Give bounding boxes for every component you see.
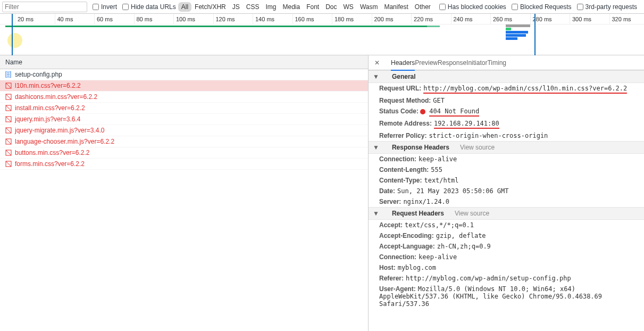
third-party-checkbox[interactable]: 3rd-party requests xyxy=(577,3,637,11)
request-row[interactable]: l10n.min.css?ver=6.2.2 xyxy=(0,80,368,92)
type-filter-ws[interactable]: WS xyxy=(340,2,357,12)
status-dot-icon xyxy=(420,109,425,114)
timeline-tick: 200 ms xyxy=(372,14,394,24)
request-name: jquery.min.js?ver=3.6.4 xyxy=(15,115,81,123)
type-filter-font[interactable]: Font xyxy=(303,2,322,12)
svg-line-17 xyxy=(6,150,11,155)
request-list: Name setup-config.phpl10n.min.css?ver=6.… xyxy=(0,55,369,331)
section-general[interactable]: ▼General xyxy=(369,70,644,83)
header-row: Accept-Encoding:gzip, deflate xyxy=(369,230,644,241)
timeline-tick: 20 ms xyxy=(15,14,34,24)
type-filter-manifest[interactable]: Manifest xyxy=(381,2,411,12)
type-filter-other[interactable]: Other xyxy=(412,2,434,12)
timeline-overview[interactable]: 20 ms40 ms60 ms80 ms100 ms120 ms140 ms16… xyxy=(0,14,644,55)
request-name: l10n.min.css?ver=6.2.2 xyxy=(15,82,81,89)
request-url-value: http://myblog.com/wp-admin/css/l10n.min.… xyxy=(423,85,627,94)
request-name: forms.min.css?ver=6.2.2 xyxy=(15,160,85,168)
request-name: dashicons.min.css?ver=6.2.2 xyxy=(15,93,97,101)
timeline-tick: 160 ms xyxy=(292,14,314,24)
blocked-requests-label: Blocked Requests xyxy=(520,3,572,11)
css-file-icon xyxy=(5,161,12,167)
tab-response[interactable]: Response xyxy=(438,56,466,70)
remote-address-value: 192.168.29.141:80 xyxy=(434,120,499,129)
svg-line-11 xyxy=(6,117,11,122)
close-icon[interactable]: ✕ xyxy=(373,59,381,67)
header-row: Server:nginx/1.24.0 xyxy=(369,196,644,207)
tab-preview[interactable]: Preview xyxy=(415,56,438,70)
header-row: Host:myblog.com xyxy=(369,262,644,273)
header-row: Connection:keep-alive xyxy=(369,154,644,164)
type-filter-media[interactable]: Media xyxy=(279,2,303,12)
collapse-icon: ▼ xyxy=(373,144,379,151)
playhead-end[interactable] xyxy=(534,14,536,55)
request-row[interactable]: jquery.min.js?ver=3.6.4 xyxy=(0,114,368,125)
doc-file-icon xyxy=(5,71,12,78)
type-filter-css[interactable]: CSS xyxy=(243,2,263,12)
css-file-icon xyxy=(5,94,12,100)
request-row[interactable]: setup-config.php xyxy=(0,69,368,80)
tab-headers[interactable]: Headers xyxy=(391,56,415,71)
timeline-tick: 120 ms xyxy=(213,14,235,24)
section-response-headers[interactable]: ▼Response HeadersView source xyxy=(369,141,644,154)
header-row: Content-Length:555 xyxy=(369,164,644,175)
timeline-lanes xyxy=(0,24,644,55)
timeline-tick: 180 ms xyxy=(332,14,354,24)
invert-checkbox[interactable]: Invert xyxy=(93,3,117,11)
view-source-link[interactable]: View source xyxy=(460,144,495,151)
request-row[interactable]: jquery-migrate.min.js?ver=3.4.0 xyxy=(0,125,368,136)
css-file-icon xyxy=(5,150,12,156)
header-row: Content-Type:text/html xyxy=(369,175,644,186)
svg-line-15 xyxy=(6,139,11,144)
hide-data-urls-checkbox[interactable]: Hide data URLs xyxy=(122,3,176,11)
header-row: Connection:keep-alive xyxy=(369,252,644,262)
svg-line-5 xyxy=(6,83,11,88)
section-request-headers[interactable]: ▼Request HeadersView source xyxy=(369,207,644,220)
type-filter-all[interactable]: All xyxy=(178,2,191,12)
svg-line-19 xyxy=(6,161,11,167)
header-row: Referer:http://myblog.com/wp-admin/setup… xyxy=(369,273,644,284)
svg-line-9 xyxy=(6,105,11,111)
has-blocked-cookies-checkbox[interactable]: Has blocked cookies xyxy=(439,3,506,11)
request-name: language-chooser.min.js?ver=6.2.2 xyxy=(15,138,114,145)
details-tabs: ✕ HeadersPreviewResponseInitiatorTiming xyxy=(369,55,644,70)
invert-label: Invert xyxy=(101,3,117,11)
playhead-start[interactable] xyxy=(12,14,13,55)
view-source-link[interactable]: View source xyxy=(455,210,489,217)
js-file-icon xyxy=(5,138,12,145)
svg-line-7 xyxy=(6,94,11,100)
timeline-tick: 280 ms xyxy=(530,14,552,24)
timeline-tick: 240 ms xyxy=(451,14,473,24)
highlight-marker-icon xyxy=(7,33,22,48)
header-row: Accept:text/css,*/*;q=0.1 xyxy=(369,220,644,230)
request-row[interactable]: buttons.min.css?ver=6.2.2 xyxy=(0,147,368,159)
request-row[interactable]: language-chooser.min.js?ver=6.2.2 xyxy=(0,136,368,147)
type-filter-img[interactable]: Img xyxy=(262,2,279,12)
has-blocked-cookies-label: Has blocked cookies xyxy=(448,3,506,11)
request-row[interactable]: dashicons.min.css?ver=6.2.2 xyxy=(0,92,368,103)
third-party-label: 3rd-party requests xyxy=(586,3,637,11)
svg-line-13 xyxy=(6,128,11,133)
timeline-tick: 60 ms xyxy=(94,14,113,24)
tab-initiator[interactable]: Initiator xyxy=(466,56,487,70)
filter-input[interactable] xyxy=(2,2,87,12)
header-row: User-Agent:Mozilla/5.0 (Windows NT 10.0;… xyxy=(369,284,644,309)
hide-data-urls-label: Hide data URLs xyxy=(131,3,176,11)
request-details: ✕ HeadersPreviewResponseInitiatorTiming … xyxy=(369,55,644,331)
tab-timing[interactable]: Timing xyxy=(487,56,506,70)
type-filter-doc[interactable]: Doc xyxy=(322,2,340,12)
type-filter-fetchxhr[interactable]: Fetch/XHR xyxy=(191,2,229,12)
type-filter-js[interactable]: JS xyxy=(229,2,243,12)
type-filter-wasm[interactable]: Wasm xyxy=(357,2,381,12)
timeline-tick: 80 ms xyxy=(134,14,153,24)
request-name: install.min.css?ver=6.2.2 xyxy=(15,104,85,112)
js-file-icon xyxy=(5,116,12,122)
request-row[interactable]: forms.min.css?ver=6.2.2 xyxy=(0,159,368,170)
timeline-tick: 300 ms xyxy=(570,14,591,24)
timeline-ruler: 20 ms40 ms60 ms80 ms100 ms120 ms140 ms16… xyxy=(0,14,644,24)
timeline-tick: 40 ms xyxy=(55,14,73,24)
request-name: buttons.min.css?ver=6.2.2 xyxy=(15,149,89,156)
request-list-header[interactable]: Name xyxy=(0,55,368,69)
blocked-requests-checkbox[interactable]: Blocked Requests xyxy=(512,3,572,11)
collapse-icon: ▼ xyxy=(373,210,379,217)
request-row[interactable]: install.min.css?ver=6.2.2 xyxy=(0,103,368,114)
